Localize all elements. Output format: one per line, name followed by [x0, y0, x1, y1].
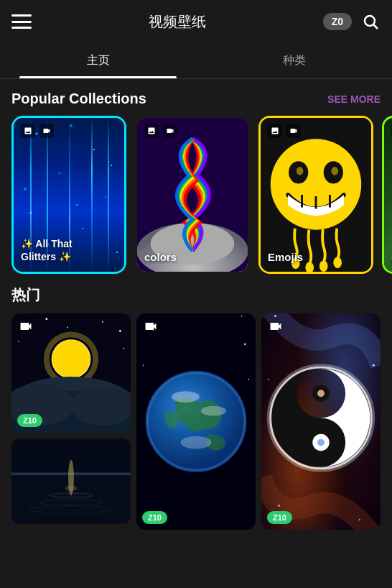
app-title: 视频壁纸: [32, 12, 323, 32]
hot-item-yinyang[interactable]: Z10: [261, 313, 381, 530]
collection-card-colors[interactable]: colors: [135, 116, 250, 274]
svg-point-50: [143, 364, 144, 366]
hot-item-moon[interactable]: Z10: [11, 313, 131, 433]
svg-point-22: [102, 321, 103, 323]
svg-point-74: [359, 519, 360, 520]
video-icon-emojis: [286, 124, 301, 138]
tab-category[interactable]: 种类: [196, 43, 392, 78]
video-icon-colors: [163, 124, 177, 138]
svg-point-0: [365, 16, 375, 26]
svg-point-24: [18, 341, 19, 342]
video-icon-earth: [144, 319, 158, 336]
z0-badge[interactable]: Z0: [323, 13, 352, 30]
hot-section: 热门: [0, 285, 392, 530]
collection-label-emojis: Emojis: [268, 251, 364, 263]
collections-scroll: ✨ All ThatGlitters ✨: [0, 116, 392, 285]
menu-button[interactable]: [11, 14, 32, 29]
collection-card-emojis[interactable]: Emojis: [258, 116, 373, 274]
image-icon: [21, 124, 35, 138]
collection-label-colors: colors: [144, 251, 241, 263]
svg-point-21: [67, 327, 68, 329]
header: 视频壁纸 Z0: [0, 0, 392, 43]
see-more-button[interactable]: SEE MORE: [327, 93, 381, 105]
tab-home[interactable]: 主页: [0, 43, 196, 78]
collection-card-green[interactable]: gre...: [382, 116, 392, 274]
svg-point-9: [297, 167, 304, 175]
hot-item-earth[interactable]: Z10: [136, 313, 256, 530]
hot-item-water[interactable]: [11, 438, 131, 524]
svg-point-28: [52, 340, 90, 378]
svg-point-6: [271, 139, 361, 229]
svg-point-10: [331, 167, 338, 175]
tabs-bar: 主页 种类: [0, 43, 392, 79]
collection-card-glitter[interactable]: ✨ All ThatGlitters ✨: [11, 116, 126, 274]
video-icon-moon: [19, 319, 33, 336]
card-icons-colors: [144, 124, 177, 138]
svg-point-75: [278, 505, 280, 507]
svg-point-47: [241, 316, 242, 317]
svg-point-25: [123, 348, 124, 349]
z-badge-earth: Z10: [142, 511, 167, 524]
hot-section-title: 热门: [11, 285, 381, 305]
z-badge-moon: Z10: [17, 414, 42, 427]
svg-point-70: [274, 315, 276, 317]
z-badge-yinyang: Z10: [267, 511, 292, 524]
collection-label-glitter: ✨ All ThatGlitters ✨: [21, 237, 117, 263]
svg-point-51: [248, 379, 249, 380]
svg-point-57: [172, 391, 200, 403]
card-icons-emojis: [268, 124, 301, 138]
search-button[interactable]: [360, 12, 381, 32]
popular-collections-header: Popular Collections SEE MORE: [0, 79, 392, 116]
video-icon-yinyang: [269, 319, 283, 336]
svg-point-39: [65, 485, 77, 491]
svg-point-49: [244, 343, 246, 345]
image-icon-emojis: [268, 124, 282, 138]
svg-point-23: [119, 330, 121, 332]
popular-collections-title: Popular Collections: [11, 91, 146, 107]
svg-line-1: [374, 25, 378, 29]
svg-point-20: [45, 318, 47, 320]
svg-point-58: [201, 406, 226, 416]
image-icon-colors: [144, 124, 159, 138]
svg-point-69: [317, 439, 325, 446]
svg-point-73: [373, 364, 375, 367]
svg-point-59: [181, 436, 212, 449]
svg-point-68: [317, 390, 325, 397]
card-icons-glitter: [21, 124, 54, 138]
video-icon: [39, 124, 54, 138]
svg-point-72: [268, 379, 269, 380]
